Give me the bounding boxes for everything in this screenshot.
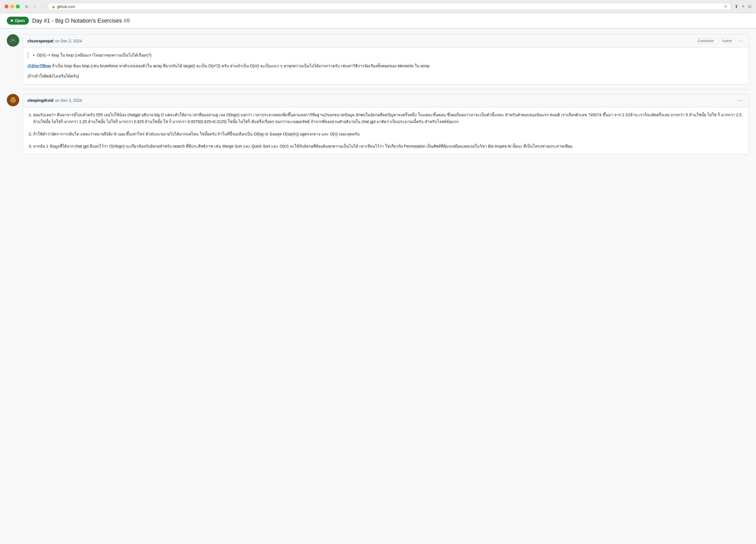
page-title-text: Day #1 - Big O Notation's Exercises <box>32 18 122 24</box>
share-button[interactable]: ⬆ <box>734 4 738 10</box>
back-button[interactable]: ‹ <box>32 3 37 10</box>
header-separator <box>0 28 756 29</box>
comment-text-1: ถ้าเป็น loop ซ้อน loop (เช่น bruteforce … <box>52 64 430 68</box>
comment-numbered-list: ยอมรับเลยว่า คืนอาจารย์ไปแล้วครับ 555 เล… <box>27 112 744 150</box>
comment-header-2: sleepingdroid on Dec 3, 2024 ··· <box>23 94 749 107</box>
browser-chrome: ⊞ ‹ › 🔒 github.com ↻ ⬆ + ⊡ <box>0 0 756 13</box>
avatar-chunrapeepat: 🎮 <box>7 34 19 47</box>
comment-date-text-2: on Dec 3, 2024 <box>55 98 82 103</box>
comment-badges-1: Contributor Author ··· <box>694 37 744 44</box>
page-header: Open Day #1 - Big O Notation's Exercises… <box>0 13 756 28</box>
author-badge: Author <box>719 38 735 44</box>
list-item-2: ถ้าใช้คำว่าอัตราการเติบโต แสดงว่าหมายถึง… <box>33 131 744 138</box>
comment-more-button-1[interactable]: ··· <box>737 37 744 44</box>
comment-header-1: chunrapeepat on Dec 2, 2024 Contributor … <box>23 35 749 48</box>
open-badge: Open <box>7 17 29 25</box>
comment-box-2: sleepingdroid on Dec 3, 2024 ··· ยอมรับเ… <box>23 94 749 155</box>
browser-actions: ⬆ + ⊡ <box>734 4 751 10</box>
mention-1[interactable]: @2her7lflow <box>27 64 51 68</box>
comment-author-1[interactable]: chunrapeepat <box>27 39 53 43</box>
bullet-item-1: • O(n!) -> loop ใน loop (เหมือนเราไล่อยา… <box>33 52 744 58</box>
issue-number: #9 <box>124 18 130 24</box>
avatar-sleepingdroid: 🤓 <box>7 94 19 106</box>
comment-paragraph-1: @2her7lflow ถ้าเป็น loop ซ้อน loop (เช่น… <box>27 63 744 70</box>
open-badge-label: Open <box>15 18 25 23</box>
open-badge-dot <box>11 20 13 22</box>
list-item-1: ยอมรับเลยว่า คืนอาจารย์ไปแล้วครับ 555 เล… <box>33 112 744 125</box>
browser-navigation: ⊞ ‹ › <box>23 3 44 10</box>
close-button[interactable] <box>5 5 8 8</box>
comment-box-1: chunrapeepat on Dec 2, 2024 Contributor … <box>23 34 749 85</box>
comment-more-button-2[interactable]: ··· <box>737 97 744 104</box>
comment-2: 🤓 sleepingdroid on Dec 3, 2024 ··· ยอมรั… <box>7 94 749 155</box>
list-item-3: จากข้อ 1 ข้อมูลที่ได้จาก chat gpt มีบอกไ… <box>33 143 744 150</box>
comment-separator <box>23 89 749 89</box>
comment-1: 🎮 chunrapeepat on Dec 2, 2024 Contributo… <box>7 34 749 85</box>
bullet-section: • O(n!) -> loop ใน loop (เหมือนเราไล่อยา… <box>27 52 744 58</box>
comment-badges-2: ··· <box>737 97 744 104</box>
tab-overview-button[interactable]: ⊡ <box>748 4 751 10</box>
address-bar[interactable]: 🔒 github.com ↻ <box>48 3 731 10</box>
comment-author-2[interactable]: sleepingdroid <box>27 98 53 103</box>
comment-paragraph-2: (ถ้าเข้าใจผิดยังไงเสริมได้ครับ) <box>27 73 744 80</box>
sidebar-toggle-button[interactable]: ⊞ <box>23 4 30 9</box>
lock-icon: 🔒 <box>51 5 55 8</box>
avatar-image: 🎮 <box>7 34 19 47</box>
traffic-lights <box>5 5 20 8</box>
comment-date-1: on Dec 2, 2024 <box>55 39 82 43</box>
add-tab-button[interactable]: + <box>742 4 745 10</box>
minimize-button[interactable] <box>10 5 14 8</box>
contributor-badge: Contributor <box>694 38 717 44</box>
forward-button[interactable]: › <box>39 3 44 10</box>
refresh-icon[interactable]: ↻ <box>724 4 727 9</box>
comment-date-text-1: on Dec 2, 2024 <box>55 39 82 43</box>
bullet-text-1: O(n!) -> loop ใน loop (เหมือนเราไล่อยากท… <box>37 52 151 58</box>
page-title: Day #1 - Big O Notation's Exercises #9 <box>32 18 130 24</box>
comment-date-2: on Dec 3, 2024 <box>55 98 82 103</box>
maximize-button[interactable] <box>16 5 20 8</box>
comment-body-1: • O(n!) -> loop ใน loop (เหมือนเราไล่อยา… <box>23 48 749 84</box>
bullet-point: • <box>33 52 35 58</box>
url-text: github.com <box>57 5 75 9</box>
comment-body-2: ยอมรับเลยว่า คืนอาจารย์ไปแล้วครับ 555 เล… <box>23 107 749 154</box>
avatar-image-2: 🤓 <box>7 94 19 106</box>
